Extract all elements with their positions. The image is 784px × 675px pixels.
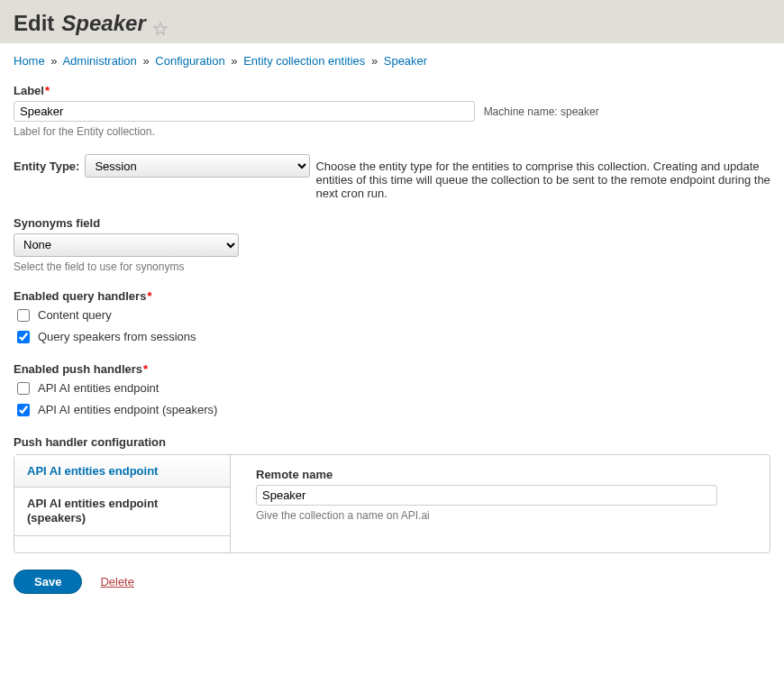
save-button[interactable]: Save <box>14 570 82 594</box>
remote-name-input[interactable] <box>256 485 717 506</box>
push-config-title: Push handler configuration <box>14 435 770 449</box>
remote-name-title: Remote name <box>256 468 744 481</box>
checkbox-label: API AI entities endpoint (speakers) <box>38 403 217 416</box>
page-title-entity: Speaker <box>61 11 145 36</box>
entity-type-help: Choose the entity type for the entities … <box>315 160 770 200</box>
delete-link[interactable]: Delete <box>100 575 134 588</box>
label-input[interactable] <box>14 101 475 122</box>
breadcrumb-link[interactable]: Configuration <box>155 54 224 68</box>
synonyms-select[interactable]: None <box>14 233 239 257</box>
page-title: Edit Speaker <box>14 11 770 36</box>
checkbox-api-ai-endpoint[interactable] <box>17 382 30 395</box>
tab-api-ai-endpoint-speakers[interactable]: API AI entities endpoint (speakers) <box>14 488 230 537</box>
required-icon: * <box>45 84 50 97</box>
query-handlers-title: Enabled query handlers* <box>14 289 770 303</box>
breadcrumb-link[interactable]: Entity collection entities <box>243 54 365 68</box>
remote-name-help: Give the collection a name on API.ai <box>256 509 744 522</box>
tab-sidebar: API AI entities endpoint API AI entities… <box>14 455 231 552</box>
push-handlers-title: Enabled push handlers* <box>14 362 770 376</box>
svg-marker-0 <box>154 23 166 34</box>
required-icon: * <box>143 362 148 376</box>
checkbox-query-speakers[interactable] <box>17 331 30 343</box>
entity-type-title: Entity Type: <box>14 160 79 173</box>
checkbox-label: Query speakers from sessions <box>38 330 196 343</box>
checkbox-api-ai-endpoint-speakers[interactable] <box>17 404 30 416</box>
label-help: Label for the Entity collection. <box>14 125 770 138</box>
tab-api-ai-endpoint[interactable]: API AI entities endpoint <box>14 455 230 488</box>
breadcrumb-link[interactable]: Administration <box>62 54 136 68</box>
push-config-tabs: API AI entities endpoint API AI entities… <box>14 454 770 553</box>
breadcrumb-link[interactable]: Home <box>14 54 45 68</box>
checkbox-content-query[interactable] <box>17 309 30 322</box>
breadcrumb: Home » Administration » Configuration » … <box>14 54 770 68</box>
label-field-title: Label* <box>14 84 770 97</box>
entity-type-select[interactable]: Session <box>85 154 310 178</box>
breadcrumb-link[interactable]: Speaker <box>384 54 427 68</box>
checkbox-label: API AI entities endpoint <box>38 381 159 395</box>
synonyms-help: Select the field to use for synonyms <box>14 260 770 273</box>
checkbox-label: Content query <box>38 308 112 322</box>
star-icon[interactable] <box>153 16 168 31</box>
synonyms-title: Synonyms field <box>14 216 770 230</box>
tab-content: Remote name Give the collection a name o… <box>231 455 770 552</box>
machine-name: Machine name: speaker <box>484 105 599 118</box>
required-icon: * <box>147 289 151 303</box>
page-title-prefix: Edit <box>14 11 54 36</box>
